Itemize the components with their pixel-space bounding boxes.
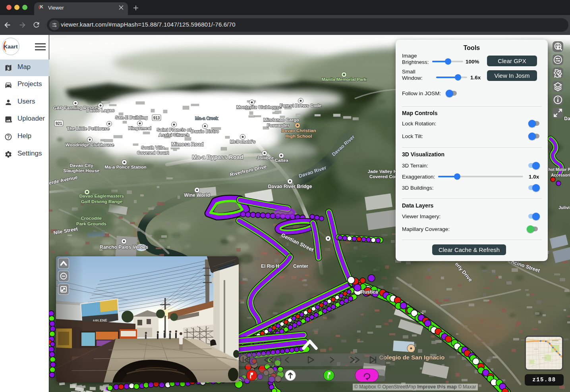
- svg-text:El Rio H: El Rio H: [261, 263, 279, 269]
- svg-text:Crocodile: Crocodile: [81, 216, 102, 221]
- svg-text:Jollibee: Jollibee: [257, 156, 274, 160]
- svg-text:913: 913: [153, 116, 160, 120]
- svg-text:Golf Driving Range: Golf Driving Range: [81, 199, 122, 204]
- svg-text:921: 921: [56, 121, 62, 126]
- svg-text:Mimosa Road: Mimosa Road: [171, 142, 203, 147]
- svg-text:High School: High School: [285, 134, 312, 138]
- svg-text:Accessorie: Accessorie: [551, 173, 570, 177]
- svg-text:Da: Da: [564, 116, 570, 121]
- svg-text:Park Grounds: Park Grounds: [76, 221, 106, 226]
- svg-text:Covered Court: Covered Court: [137, 150, 169, 155]
- svg-text:Davao Christian: Davao Christian: [281, 128, 316, 133]
- svg-text:McDonald's: McDonald's: [230, 139, 255, 144]
- svg-text:Woodridge Clubhouse: Woodridge Clubhouse: [66, 142, 114, 147]
- svg-text:Center: Center: [293, 263, 308, 269]
- svg-text:Slaughter House: Slaughter House: [63, 168, 99, 173]
- svg-text:Davao River Bridge: Davao River Bridge: [268, 184, 312, 189]
- svg-text:Assisi Church: Assisi Church: [158, 133, 189, 137]
- svg-text:Kingsmeal: Kingsmeal: [128, 126, 151, 131]
- svg-text:Rustica: Rustica: [361, 289, 378, 295]
- svg-text:Colegio de San Ignacio: Colegio de San Ignacio: [379, 354, 444, 361]
- svg-text:The Little PetHouse: The Little PetHouse: [67, 126, 109, 131]
- svg-text:Rancho Palos Verdes: Rancho Palos Verdes: [100, 244, 148, 250]
- svg-text:Forwarder: Forwarder: [267, 123, 290, 128]
- svg-text:Julivi: Julivi: [558, 205, 570, 210]
- svg-text:Ma-a Police Station: Ma-a Police Station: [104, 165, 146, 169]
- svg-text:San-E Building: San-E Building: [115, 115, 148, 120]
- svg-text:Caltex: Caltex: [275, 158, 289, 163]
- svg-text:Saint Francis of: Saint Francis of: [157, 127, 191, 132]
- svg-text:Ma-a Bypass Road: Ma-a Bypass Road: [192, 154, 243, 160]
- svg-text:hot Motor Pa: hot Motor Pa: [548, 167, 570, 172]
- svg-text:Manila Memorial Park: Manila Memorial Park: [322, 77, 367, 82]
- svg-text:Monteritz Clubhouse: Monteritz Clubhouse: [236, 105, 282, 110]
- svg-text:Forest Brews Code: Forest Brews Code: [280, 103, 322, 108]
- svg-text:Davao City: Davao City: [70, 163, 93, 168]
- svg-text:Barrio Bistro: Barrio Bistro: [191, 129, 219, 134]
- svg-text:Barrio Lagao: Barrio Lagao: [87, 108, 115, 113]
- svg-text:Wine World: Wine World: [184, 192, 210, 198]
- svg-text:Kaart: Kaart: [4, 44, 18, 50]
- svg-text:Mindanao Cargo: Mindanao Cargo: [263, 117, 299, 122]
- svg-text:South Villa: South Villa: [141, 145, 165, 150]
- svg-text:Ma-a Creek: Ma-a Creek: [195, 116, 218, 121]
